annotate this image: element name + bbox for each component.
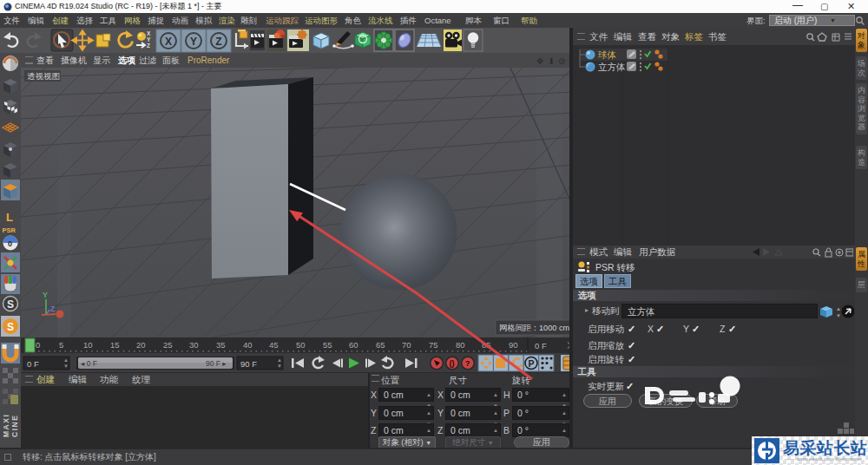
svg-text:90 F ▸: 90 F ▸ [206,359,227,368]
svg-text:CINE: CINE [10,415,19,437]
svg-text:35: 35 [216,340,226,350]
svg-text:Y: Y [43,291,48,299]
svg-text:80: 80 [456,340,465,350]
svg-text:60: 60 [349,340,358,350]
svg-text:X: X [165,36,172,48]
svg-text:5: 5 [59,340,63,350]
svg-text:90 F: 90 F [240,359,257,369]
svg-text:15: 15 [110,340,120,350]
svg-text:S: S [7,298,14,311]
svg-text:70: 70 [402,340,411,350]
svg-text:0 F: 0 F [535,341,547,350]
svg-text:▲: ▲ [836,306,841,311]
svg-text:85: 85 [482,340,491,350]
svg-text:Z: Z [147,43,150,49]
svg-text:球体: 球体 [597,49,616,60]
svg-text:MAXI: MAXI [2,414,10,437]
svg-text:S: S [7,321,14,333]
svg-text:Y: Y [190,36,197,48]
svg-text:P: P [529,358,535,369]
svg-text:PSR: PSR [3,226,16,234]
svg-text:◂ 0 F: ◂ 0 F [81,359,97,368]
svg-text:Y: Y [147,36,151,43]
svg-text:网格间距：1000 cm: 网格间距：1000 cm [499,324,570,332]
svg-text:▼: ▼ [63,363,69,369]
svg-text:(): () [450,359,455,368]
svg-text:55: 55 [323,340,332,350]
svg-text:▼: ▼ [836,313,841,318]
svg-text:10: 10 [83,340,93,350]
svg-text:65: 65 [376,340,385,350]
svg-text:90: 90 [509,340,518,350]
svg-text:?: ? [465,359,470,368]
svg-text:30: 30 [189,340,199,350]
svg-text:20: 20 [136,340,146,350]
svg-text:75: 75 [429,340,438,350]
svg-text:X: X [147,30,151,36]
svg-text:透视视图: 透视视图 [27,71,60,81]
svg-text:45: 45 [269,340,279,350]
svg-text:▲: ▲ [63,357,69,363]
svg-text:L: L [6,211,13,224]
svg-text:0: 0 [36,340,40,350]
svg-text:0 F: 0 F [27,359,39,369]
svg-text:立方体: 立方体 [598,62,626,72]
svg-text:▼: ▼ [277,363,282,369]
svg-text:0: 0 [8,239,12,248]
svg-text:25: 25 [163,340,173,350]
svg-text:40: 40 [243,340,253,350]
svg-text:▲: ▲ [277,357,282,363]
svg-text:50: 50 [296,340,306,350]
svg-text:Z: Z [50,305,56,313]
svg-text:Z: Z [215,36,221,48]
